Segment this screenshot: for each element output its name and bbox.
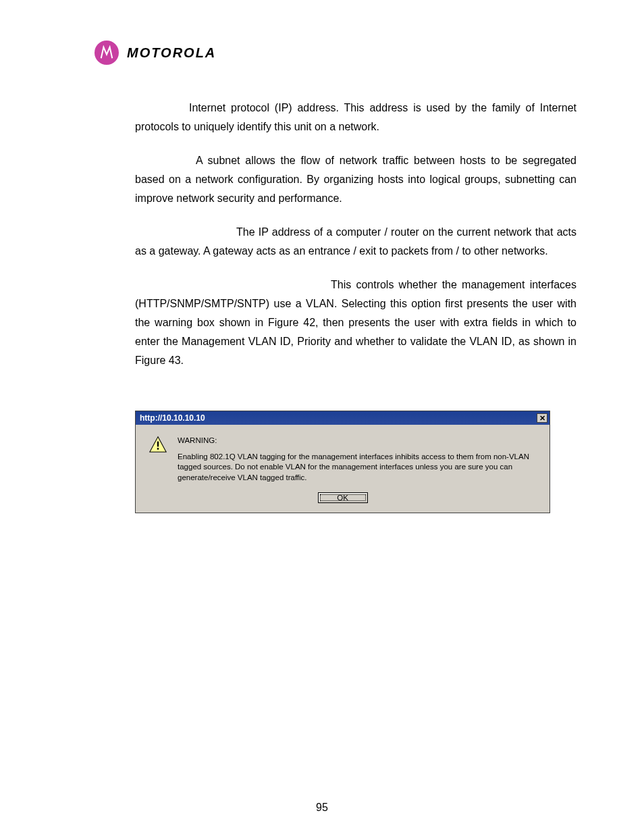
dialog-title: http://10.10.10.10 [140, 413, 205, 423]
warning-title: WARNING: [178, 436, 537, 446]
warning-body: Enabling 802.1Q VLAN tagging for the man… [178, 452, 537, 484]
warning-icon [148, 436, 168, 453]
dialog-button-row: OK [148, 492, 537, 503]
warning-dialog: http://10.10.10.10 ✕ WARNING: Enabling 8… [135, 411, 550, 513]
paragraph-ip-address: Internet protocol (IP) address. This add… [135, 99, 576, 136]
page-number: 95 [0, 802, 644, 814]
motorola-m-icon [99, 45, 114, 60]
paragraph-gateway: The IP address of a computer / router on… [135, 223, 576, 261]
ok-button[interactable]: OK [318, 492, 368, 503]
paragraph-subnet: A subnet allows the flow of network traf… [135, 151, 576, 208]
dialog-content-row: WARNING: Enabling 802.1Q VLAN tagging fo… [148, 436, 537, 483]
body-text: Internet protocol (IP) address. This add… [41, 99, 603, 370]
close-button[interactable]: ✕ [537, 413, 547, 423]
page-header: MOTOROLA [41, 41, 603, 65]
paragraph-vlan: This controls whether the management int… [135, 276, 576, 370]
dialog-titlebar: http://10.10.10.10 ✕ [136, 411, 549, 425]
svg-rect-2 [157, 448, 159, 450]
warning-text: WARNING: Enabling 802.1Q VLAN tagging fo… [178, 436, 537, 483]
close-icon: ✕ [539, 414, 545, 422]
dialog-body: WARNING: Enabling 802.1Q VLAN tagging fo… [136, 425, 549, 513]
motorola-logo-icon [95, 41, 119, 65]
document-page: MOTOROLA Internet protocol (IP) address.… [0, 0, 644, 834]
svg-rect-1 [157, 442, 159, 447]
brand-text: MOTOROLA [127, 45, 216, 61]
